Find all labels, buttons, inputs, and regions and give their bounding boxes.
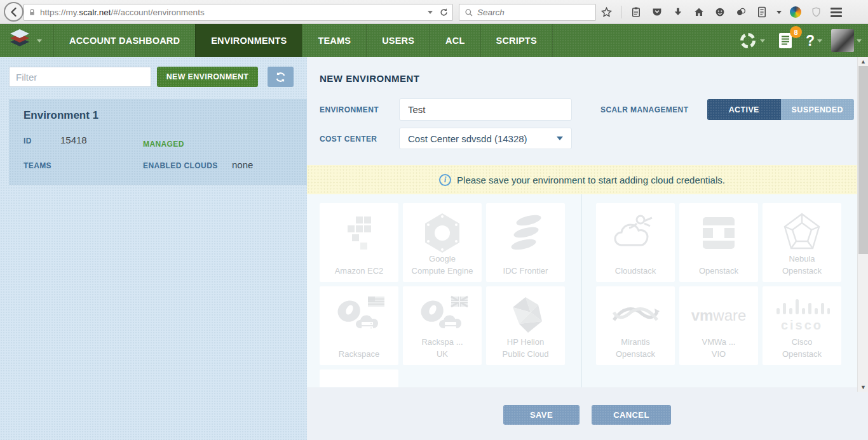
active-toggle-button[interactable]: ACTIVE (707, 99, 781, 120)
url-text: https://my.scalr.net/#/account/environme… (40, 8, 205, 17)
nebula-logo-icon (763, 208, 841, 258)
environment-id-label: ID (24, 137, 32, 145)
tiles-divider (581, 194, 582, 387)
scroll-down-icon[interactable]: ▼ (858, 383, 868, 392)
cloud-tile-label: Cisco Openstack (765, 336, 839, 360)
clipboard-icon[interactable] (630, 6, 642, 18)
refresh-icon (275, 71, 287, 83)
bookmark-star-icon[interactable] (600, 6, 613, 18)
cloud-tile-label: Rackspa ... UK (405, 336, 479, 360)
search-input[interactable] (477, 8, 573, 17)
shield-outline-icon[interactable] (810, 6, 822, 18)
cancel-button[interactable]: CANCEL (592, 405, 671, 425)
urlbar-dropdown-icon[interactable] (428, 11, 433, 14)
environments-sidebar: NEW ENVIRONMENT Environment 1 ID 15418 M… (0, 57, 307, 440)
new-environment-panel: NEW ENVIRONMENT ENVIRONMENT COST CENTER … (307, 57, 868, 440)
svg-text:vmware: vmware (691, 307, 747, 324)
cloud-tile-rackspace-uk[interactable]: Rackspa ... UK (403, 286, 482, 365)
cost-center-field-label: COST CENTER (320, 135, 377, 143)
nav-right-icons: 8 ? (738, 24, 862, 57)
idc-frontier-logo-icon (486, 208, 565, 258)
environment-field-label: ENVIRONMENT (320, 105, 379, 114)
cloud-tile-label: Mirantis Openstack (599, 336, 672, 360)
cloud-tile-hp-helion[interactable]: HP Helion Public Cloud (486, 286, 565, 365)
toolbar-icons (600, 0, 842, 24)
cloudstack-logo-icon (596, 208, 675, 258)
cloud-tile-label: Amazon EC2 (322, 265, 396, 277)
cloud-tile-cisco-openstack[interactable]: cisco Cisco Openstack (763, 286, 841, 365)
tab-environments[interactable]: ENVIRONMENTS (195, 24, 302, 57)
cloud-tile-rackspace[interactable]: Rackspace (320, 286, 398, 365)
rackspace-logo-icon (320, 291, 398, 341)
search-icon (465, 8, 473, 17)
vmware-logo-icon: vmware (679, 291, 758, 341)
chat-smiley-icon[interactable] (714, 6, 726, 18)
info-banner: i Please save your environment to start … (307, 165, 857, 194)
sync-circle-icon (738, 31, 757, 50)
page-title: NEW ENVIRONMENT (320, 73, 420, 84)
rackspace-uk-logo-icon (403, 291, 482, 341)
url-bar[interactable]: https://my.scalr.net/#/account/environme… (24, 4, 453, 21)
scalr-logo[interactable] (6, 24, 42, 57)
notes-dropdown-icon[interactable] (776, 11, 782, 14)
cost-center-value: Cost Center sdvsdd (14328) (408, 133, 527, 144)
help-icon: ? (806, 32, 815, 50)
cloud-tile-mirantis-openstack[interactable]: Mirantis Openstack (596, 286, 675, 365)
environment-list-item[interactable]: Environment 1 ID 15418 MANAGED TEAMS ENA… (9, 99, 307, 185)
search-box[interactable] (459, 4, 596, 21)
cloud-tile-nebula-openstack[interactable]: Nebula Openstack (763, 203, 841, 282)
nav-tabs: ACCOUNT DASHBOARD ENVIRONMENTS TEAMS USE… (53, 24, 553, 57)
cisco-logo-icon: cisco (763, 291, 841, 341)
cloud-tile-google-compute-engine[interactable]: Google Compute Engine (403, 203, 482, 282)
environment-name-input[interactable] (399, 98, 572, 121)
help-dropdown-icon (817, 39, 822, 43)
new-environment-button[interactable]: NEW ENVIRONMENT (157, 67, 258, 87)
profiles-icon[interactable] (735, 6, 747, 18)
back-button[interactable] (4, 2, 24, 22)
tab-scripts[interactable]: SCRIPTS (480, 24, 553, 57)
user-menu[interactable] (831, 29, 862, 52)
scope-switcher[interactable] (738, 31, 765, 50)
refresh-button[interactable] (268, 67, 294, 87)
form-footer: SAVE CANCEL (307, 387, 868, 440)
cost-center-select[interactable]: Cost Center sdvsdd (14328) (399, 128, 572, 149)
addon-colorwheel-icon[interactable] (790, 6, 801, 18)
notes-sidebar-icon[interactable] (756, 6, 768, 18)
managed-badge: MANAGED (143, 140, 184, 149)
cloud-tile-idc-frontier[interactable]: IDC Frontier (486, 203, 565, 282)
scalr-management-label: SCALR MANAGEMENT (600, 105, 688, 114)
notifications-button[interactable]: 8 (776, 31, 794, 50)
cloud-tile-label: HP Helion Public Cloud (489, 336, 562, 360)
app-navbar: ACCOUNT DASHBOARD ENVIRONMENTS TEAMS USE… (0, 24, 868, 57)
scrollbar-thumb[interactable] (858, 66, 868, 254)
pocket-icon[interactable] (651, 6, 663, 18)
help-button[interactable]: ? (806, 32, 822, 50)
info-icon: i (439, 174, 451, 186)
teams-label: TEAMS (24, 161, 51, 170)
reload-icon[interactable] (439, 8, 449, 17)
gce-logo-icon (403, 208, 482, 258)
cloud-tile-vmware-vio[interactable]: vmware VMWa ... VIO (679, 286, 758, 365)
downloads-icon[interactable] (672, 6, 684, 18)
home-icon[interactable] (693, 6, 705, 18)
toolbar-divider (621, 6, 621, 18)
cloud-tile-label: Openstack (682, 265, 756, 277)
content-scrollbar[interactable]: ▲ ▼ (857, 57, 868, 392)
svg-text:cisco: cisco (781, 318, 823, 332)
menu-hamburger-icon[interactable] (831, 8, 842, 17)
tab-teams[interactable]: TEAMS (302, 24, 366, 57)
scroll-up-icon[interactable]: ▲ (858, 57, 868, 66)
info-message: Please save your environment to start ad… (457, 175, 725, 185)
cloud-tile-openstack[interactable]: Openstack (679, 203, 758, 282)
filter-input[interactable] (9, 67, 151, 87)
cloud-tile-amazon-ec2[interactable]: Amazon EC2 (320, 203, 398, 282)
tab-acl[interactable]: ACL (430, 24, 480, 57)
tab-account-dashboard[interactable]: ACCOUNT DASHBOARD (53, 24, 195, 57)
cloud-tile-label: IDC Frontier (489, 265, 562, 277)
cloud-tile-cloudstack[interactable]: Cloudstack (596, 203, 675, 282)
suspended-toggle-button[interactable]: SUSPENDED (781, 99, 855, 120)
tab-users[interactable]: USERS (366, 24, 430, 57)
cloud-tile-partial[interactable] (320, 370, 398, 387)
save-button[interactable]: SAVE (503, 405, 580, 425)
mirantis-logo-icon (596, 291, 675, 341)
